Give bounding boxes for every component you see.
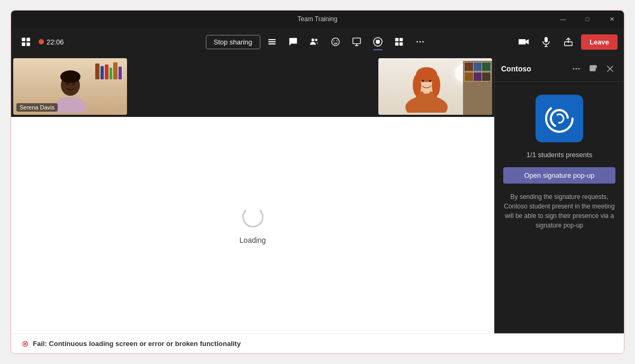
contoso-logo-icon bbox=[543, 103, 575, 134]
minimize-button[interactable]: — bbox=[551, 11, 575, 28]
svg-rect-3 bbox=[26, 42, 30, 46]
svg-rect-6 bbox=[268, 43, 276, 44]
camera-button[interactable] bbox=[514, 32, 533, 51]
share-button[interactable] bbox=[347, 32, 366, 51]
mic-button[interactable] bbox=[537, 32, 556, 51]
share-icon bbox=[352, 37, 361, 47]
meeting-toolbar: 22:06 Stop sharing bbox=[11, 28, 624, 56]
recording-time: 22:06 bbox=[47, 38, 64, 46]
app-panel-more-button[interactable] bbox=[569, 61, 584, 76]
svg-rect-16 bbox=[399, 38, 402, 41]
svg-rect-5 bbox=[268, 41, 276, 42]
apps-grid-button[interactable] bbox=[389, 32, 409, 51]
svg-point-9 bbox=[331, 38, 339, 46]
svg-point-48 bbox=[554, 113, 565, 124]
open-signature-popup-button[interactable]: Open signature pop-up bbox=[503, 167, 615, 184]
svg-point-26 bbox=[55, 97, 86, 113]
camera-icon bbox=[519, 37, 529, 47]
svg-point-40 bbox=[573, 68, 575, 70]
svg-point-19 bbox=[416, 41, 418, 43]
toolbar-center: Stop sharing bbox=[206, 32, 430, 51]
close-button[interactable]: ✕ bbox=[600, 11, 624, 28]
svg-point-37 bbox=[432, 75, 440, 96]
app-logo-container bbox=[536, 95, 583, 142]
people-button[interactable] bbox=[305, 32, 324, 51]
meeting-area: Serena Davis bbox=[11, 56, 494, 333]
recording-badge: 22:06 bbox=[39, 38, 64, 46]
toolbar-left: 22:06 bbox=[17, 33, 203, 50]
maximize-button[interactable]: □ bbox=[575, 11, 600, 28]
svg-point-42 bbox=[578, 68, 580, 70]
recording-dot bbox=[39, 39, 44, 44]
svg-point-28 bbox=[66, 83, 68, 85]
popout-icon bbox=[589, 65, 597, 72]
students-presents-text: 1/1 students presents bbox=[527, 151, 592, 159]
thumbnail-serena-davis: Serena Davis bbox=[13, 58, 127, 115]
reaction-button[interactable] bbox=[326, 32, 345, 51]
serena-davis-label: Serena Davis bbox=[16, 103, 58, 112]
svg-point-29 bbox=[72, 83, 75, 85]
app-panel-body: 1/1 students presents Open signature pop… bbox=[495, 82, 624, 333]
more-options-button[interactable] bbox=[262, 32, 282, 51]
share-tray-icon bbox=[564, 37, 573, 47]
loading-spinner bbox=[242, 206, 264, 228]
window-title: Team Training bbox=[297, 15, 337, 23]
chat-icon bbox=[288, 37, 298, 47]
app-panel-header: Contoso bbox=[495, 56, 624, 82]
error-icon: ⊗ bbox=[22, 339, 29, 349]
svg-point-38 bbox=[421, 80, 424, 82]
hamburger-icon bbox=[267, 37, 277, 47]
svg-point-20 bbox=[419, 41, 421, 43]
svg-rect-1 bbox=[26, 38, 30, 41]
app-panel-popout-button[interactable] bbox=[586, 61, 601, 76]
svg-point-47 bbox=[548, 107, 571, 130]
apps-icon bbox=[394, 37, 404, 47]
title-bar: Team Training — □ ✕ bbox=[11, 11, 624, 28]
app-panel-title: Contoso bbox=[501, 65, 569, 73]
thumbnails-row: Serena Davis bbox=[11, 56, 494, 117]
mic-icon bbox=[541, 37, 551, 47]
svg-point-8 bbox=[315, 39, 318, 41]
app-description-text: By sending the signature requests, Conto… bbox=[503, 192, 615, 230]
svg-point-14 bbox=[376, 40, 380, 44]
app-panel-controls bbox=[569, 61, 618, 76]
svg-rect-0 bbox=[22, 38, 25, 41]
stop-sharing-button[interactable]: Stop sharing bbox=[206, 35, 260, 49]
app-panel-close-button[interactable] bbox=[603, 61, 618, 76]
svg-rect-17 bbox=[395, 42, 398, 46]
close-icon bbox=[607, 66, 613, 72]
window-controls: — □ ✕ bbox=[551, 11, 624, 28]
svg-point-10 bbox=[333, 40, 334, 41]
loading-area: Loading bbox=[11, 117, 494, 333]
svg-point-39 bbox=[429, 80, 431, 82]
svg-point-36 bbox=[413, 75, 421, 96]
svg-rect-22 bbox=[545, 37, 548, 42]
svg-rect-2 bbox=[22, 42, 25, 46]
svg-rect-15 bbox=[395, 38, 398, 41]
svg-point-21 bbox=[422, 41, 424, 43]
svg-point-41 bbox=[576, 68, 577, 70]
grid-icon bbox=[21, 37, 31, 47]
error-bar: ⊗ Fail: Continuous loading screen or err… bbox=[11, 333, 624, 353]
svg-rect-4 bbox=[268, 39, 276, 40]
dots-icon bbox=[415, 37, 425, 47]
record-button[interactable] bbox=[368, 32, 387, 51]
app-panel: Contoso bbox=[494, 56, 624, 333]
leave-button[interactable]: Leave bbox=[581, 34, 618, 50]
svg-point-7 bbox=[311, 39, 314, 41]
dots-horizontal-icon bbox=[572, 65, 580, 73]
chat-button[interactable] bbox=[284, 32, 303, 51]
svg-rect-18 bbox=[399, 42, 402, 46]
apps-icon-button[interactable] bbox=[17, 33, 34, 50]
emoji-icon bbox=[331, 37, 340, 47]
svg-point-11 bbox=[336, 40, 337, 41]
more-button[interactable] bbox=[411, 32, 430, 51]
svg-point-30 bbox=[60, 70, 80, 83]
app-window: Team Training — □ ✕ bbox=[11, 10, 624, 354]
thumbnail-woman2 bbox=[378, 58, 492, 115]
loading-text: Loading bbox=[240, 236, 266, 244]
toolbar-right: Leave bbox=[433, 32, 618, 51]
record-icon bbox=[373, 37, 383, 47]
share-tray-button[interactable] bbox=[559, 32, 578, 51]
main-content: Serena Davis bbox=[11, 56, 624, 333]
